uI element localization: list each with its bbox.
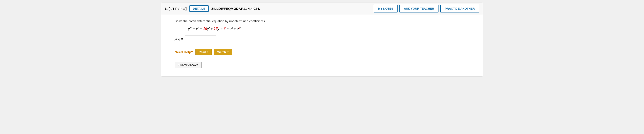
- answer-label: y(x) =: [175, 37, 183, 41]
- submit-button[interactable]: Submit Answer: [175, 62, 202, 68]
- answer-input[interactable]: [185, 35, 216, 42]
- problem-code: ZILLDIFFEQMODAP11 4.4.024.: [211, 7, 260, 10]
- header-bar: 6. [–/1 Points] DETAILS ZILLDIFFEQMODAP1…: [161, 2, 483, 15]
- equation-text: y′′′ − y′′ − 16y′ + 16y = 7 − ex + e4x: [188, 27, 241, 31]
- need-help-row: Need Help? Read It Watch It: [175, 49, 474, 55]
- details-button[interactable]: DETAILS: [190, 5, 209, 12]
- page-container: 6. [–/1 Points] DETAILS ZILLDIFFEQMODAP1…: [161, 2, 483, 76]
- need-help-label: Need Help?: [175, 50, 193, 54]
- read-it-button[interactable]: Read It: [196, 49, 212, 55]
- practice-another-button[interactable]: PRACTICE ANOTHER: [440, 5, 479, 12]
- question-label: 6. [–/1 Points]: [165, 7, 187, 10]
- header-left: 6. [–/1 Points] DETAILS ZILLDIFFEQMODAP1…: [165, 5, 260, 12]
- header-right: MY NOTES ASK YOUR TEACHER PRACTICE ANOTH…: [374, 5, 479, 12]
- answer-row: y(x) =: [175, 35, 474, 42]
- content-area: Solve the given differential equation by…: [161, 15, 483, 76]
- equation-display: y′′′ − y′′ − 16y′ + 16y = 7 − ex + e4x: [188, 27, 474, 31]
- submit-row: Submit Answer: [175, 62, 474, 72]
- my-notes-button[interactable]: MY NOTES: [374, 5, 398, 12]
- problem-text: Solve the given differential equation by…: [175, 19, 474, 23]
- ask-teacher-button[interactable]: ASK YOUR TEACHER: [399, 5, 438, 12]
- watch-it-button[interactable]: Watch It: [214, 49, 232, 55]
